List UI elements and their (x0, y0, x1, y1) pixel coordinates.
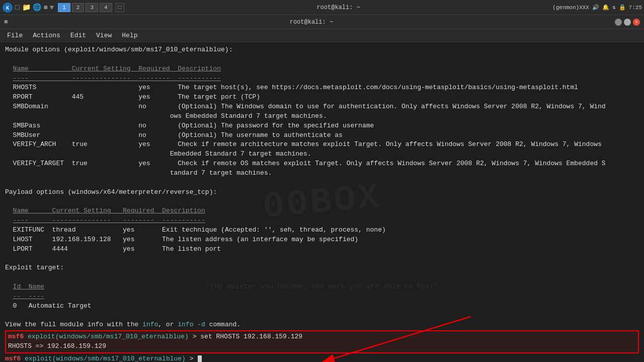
terminal-output: Module options (exploit/windows/smb/ms17… (5, 45, 639, 330)
prompt-exploit-1: exploit(windows/smb/ms17_010_eternalblue… (28, 332, 189, 342)
window-controls: ✕ (615, 19, 640, 26)
terminal-cursor (198, 355, 202, 362)
taskbar: K □ 📁 🌐 ■ ▼ 1 2 3 4 □ root@kali: ~ (genm… (0, 0, 644, 15)
taskbar-right: (genmon)XXX 🔊 🔔 ⇅ 🔒 7:25 (552, 4, 642, 11)
terminal-titlebar: ■ root@kali: ~ ✕ (0, 15, 644, 29)
lock-icon[interactable]: 🔒 (619, 4, 626, 11)
command-line-1: msf6 exploit(windows/smb/ms17_010_eterna… (8, 332, 636, 342)
terminal-window: ■ root@kali: ~ ✕ File Actions Edit View … (0, 15, 644, 362)
result-line: RHOSTS => 192.168.159.129 (8, 342, 636, 351)
command-line-2: msf6 exploit(windows/smb/ms17_010_eterna… (5, 354, 639, 362)
menu-file[interactable]: File (3, 31, 27, 40)
terminal-icon: ■ (4, 18, 8, 26)
genmon-label: (genmon)XXX (552, 5, 589, 11)
minimize-button[interactable] (615, 19, 622, 26)
workspace-1[interactable]: 1 (58, 3, 70, 12)
highlight-box: msf6 exploit(windows/smb/ms17_010_eterna… (5, 330, 639, 353)
window-title: root@kali: ~ (8, 19, 615, 26)
terminal-content[interactable]: 00BOX "the quieter you become, the more … (0, 42, 644, 362)
maximize-button[interactable] (624, 19, 631, 26)
result-text: RHOSTS => 192.168.159.129 (8, 342, 106, 351)
workspace-3[interactable]: 3 (86, 3, 98, 12)
taskbar-terminal[interactable]: ■ (43, 4, 47, 12)
menu-edit[interactable]: Edit (66, 31, 90, 40)
close-button[interactable]: ✕ (633, 19, 640, 26)
notify-icon[interactable]: 🔔 (602, 4, 609, 11)
menu-view[interactable]: View (92, 31, 116, 40)
taskbar-title: root@kali: ~ (267, 4, 410, 11)
taskbar-browser[interactable]: 🌐 (33, 3, 41, 12)
menu-help[interactable]: Help (118, 31, 141, 40)
command-text-1: > set RHOSTS 192.168.159.129 (189, 332, 302, 342)
menubar: File Actions Edit View Help (0, 29, 644, 42)
workspace-4[interactable]: 4 (100, 3, 112, 12)
taskbar-square[interactable]: □ (15, 4, 19, 12)
command-text-2: > (186, 354, 197, 362)
taskbar-file-mgr[interactable]: 📁 (22, 3, 31, 12)
clock: 7:25 (629, 5, 642, 11)
taskbar-term-btn[interactable]: ▼ (50, 4, 54, 12)
prompt-exploit-2: exploit(windows/smb/ms17_010_eternalblue… (25, 354, 186, 362)
kali-logo: K (2, 2, 13, 13)
workspace-2[interactable]: 2 (72, 3, 85, 12)
prompt-msf-2: msf6 (5, 354, 21, 362)
svg-text:K: K (6, 6, 9, 11)
prompt-msf-1: msf6 (8, 332, 24, 342)
workspace-extra[interactable]: □ (116, 3, 124, 12)
network-icon[interactable]: ⇅ (612, 4, 616, 11)
menu-actions[interactable]: Actions (29, 31, 64, 40)
volume-icon[interactable]: 🔊 (592, 4, 599, 11)
